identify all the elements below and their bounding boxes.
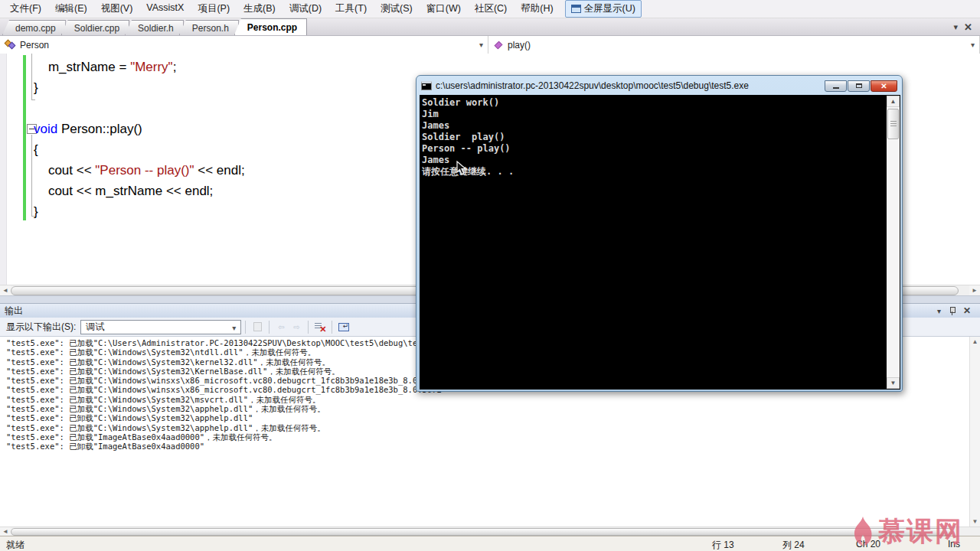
fullscreen-label: 全屏显示(U): [584, 2, 635, 15]
maximize-icon: [856, 83, 862, 88]
menu-item[interactable]: 调试(D): [283, 0, 328, 18]
console-line: James: [422, 120, 514, 132]
console-title: c:\users\administrator.pc-20130422spuv\d…: [436, 80, 749, 91]
console-titlebar[interactable]: c:\users\administrator.pc-20130422spuv\d…: [416, 76, 902, 96]
toolbar-separator: [269, 321, 270, 334]
output-vertical-scrollbar[interactable]: ▲ ▼: [969, 337, 980, 527]
next-message-button[interactable]: ⇨: [289, 320, 304, 334]
menu-item[interactable]: 社区(C): [468, 0, 514, 18]
scroll-up-icon[interactable]: ▲: [887, 96, 900, 107]
tab-person.cpp[interactable]: Person.cpp: [234, 18, 307, 35]
change-tracking-bar: [23, 55, 26, 220]
menu-item[interactable]: 编辑(E): [48, 0, 94, 18]
close-button[interactable]: ✕: [871, 80, 897, 92]
tab-soldier.cpp[interactable]: Soldier.cpp: [61, 20, 129, 35]
status-ready: 就绪: [6, 539, 24, 551]
menu-item[interactable]: 文件(F): [3, 0, 48, 18]
output-line: "test5.exe": 已加载"C:\Windows\System32\msv…: [6, 395, 969, 404]
string-token: "Person -- play()": [95, 163, 194, 178]
previous-message-button[interactable]: ⇦: [273, 320, 289, 334]
toolbar-separator: [308, 321, 309, 334]
menu-item[interactable]: 项目(P): [191, 0, 237, 18]
console-line: Soldier work(): [422, 97, 514, 109]
code-token: ;: [173, 60, 177, 74]
output-source-value: 调试: [86, 321, 104, 334]
minimize-button[interactable]: [825, 80, 847, 92]
toolbar-separator: [245, 321, 246, 334]
menu-item[interactable]: 帮助(H): [514, 0, 560, 18]
scroll-down-icon[interactable]: ▼: [970, 517, 980, 527]
console-app-icon: [421, 81, 432, 90]
status-line-number: 行 13: [712, 539, 734, 551]
menu-item[interactable]: 生成(B): [237, 0, 283, 18]
menu-item[interactable]: 测试(S): [374, 0, 420, 18]
tab-person.h[interactable]: Person.h: [179, 20, 239, 35]
code-token: Person::play(): [57, 122, 142, 136]
window-position-dropdown-icon[interactable]: ▾: [937, 307, 941, 315]
auto-hide-pin-icon[interactable]: [949, 307, 956, 315]
mouse-cursor: [456, 161, 467, 176]
outline-guide-line: [31, 135, 32, 216]
output-line: "test5.exe": 已加载"C:\Windows\System32\app…: [6, 423, 969, 432]
code-line: void Person::play(): [34, 119, 245, 139]
output-line: "test5.exe": 已加载"C:\Windows\System32\app…: [6, 404, 969, 413]
tab-strip-controls: ▾ ✕: [954, 21, 980, 35]
code-line: }: [34, 77, 245, 98]
chevron-down-icon[interactable]: ▾: [971, 41, 975, 49]
scroll-up-icon[interactable]: ▲: [970, 337, 980, 347]
chevron-down-icon: ▾: [232, 324, 236, 332]
menu-item[interactable]: 视图(V): [94, 0, 140, 18]
tab-soldier.h[interactable]: Soldier.h: [125, 20, 184, 35]
console-window[interactable]: c:\users\administrator.pc-20130422spuv\d…: [416, 75, 903, 392]
console-line: James: [422, 155, 514, 166]
code-navigation-bar: Person ▾ play() ▾: [0, 35, 980, 54]
scrollbar-thumb[interactable]: [11, 528, 952, 536]
flame-icon: [851, 515, 875, 549]
maximize-button[interactable]: [848, 80, 870, 92]
output-title-controls: ▾ ✕: [937, 305, 980, 316]
code-token: cout << m_strName << endl;: [34, 184, 213, 198]
console-line: 请按任意键继续. . .: [422, 166, 514, 178]
console-vertical-scrollbar[interactable]: ▲ ▼: [887, 96, 900, 389]
member-combobox[interactable]: play() ▾: [488, 36, 980, 54]
close-icon[interactable]: ✕: [963, 305, 971, 316]
scroll-left-icon[interactable]: ◄: [0, 285, 11, 295]
code-line: m_strName = "Merry";: [34, 57, 245, 77]
scrollbar-thumb[interactable]: [887, 109, 899, 139]
goto-message-button[interactable]: [250, 320, 265, 334]
clear-all-button[interactable]: ✕: [312, 320, 328, 334]
menu-item[interactable]: VAssistX: [139, 0, 191, 18]
menubar-items: 文件(F)编辑(E)视图(V)VAssistX项目(P)生成(B)调试(D)工具…: [3, 0, 560, 18]
scroll-left-icon[interactable]: ◄: [0, 527, 11, 536]
chevron-down-icon[interactable]: ▾: [479, 41, 483, 49]
next-arrow-icon: ⇨: [293, 323, 299, 331]
output-source-combobox[interactable]: 调试 ▾: [80, 320, 241, 334]
code-token: {: [34, 142, 38, 157]
scroll-down-icon[interactable]: ▼: [887, 377, 900, 389]
word-wrap-icon: [338, 323, 349, 331]
editor-code[interactable]: m_strName = "Merry";}void Person::play()…: [34, 57, 245, 222]
indicator-margin: [0, 54, 7, 285]
code-token: }: [34, 80, 38, 95]
minimize-icon: [833, 87, 839, 89]
watermark-text: 慕课网: [878, 514, 963, 549]
code-token: cout <<: [34, 163, 95, 178]
toggle-word-wrap-button[interactable]: [336, 320, 351, 334]
fullscreen-button[interactable]: 全屏显示(U): [565, 0, 642, 18]
menu-item[interactable]: 窗口(W): [420, 0, 468, 18]
output-line: "test5.exe": 已加载"ImageAtBase0x4aad0000"，…: [6, 432, 969, 442]
tab-close-icon[interactable]: ✕: [964, 21, 972, 33]
code-token: }: [34, 204, 38, 219]
scope-combobox[interactable]: Person ▾: [0, 36, 488, 54]
output-horizontal-scrollbar[interactable]: ◄: [0, 527, 980, 536]
tab-demo.cpp[interactable]: demo.cpp: [2, 20, 66, 35]
scroll-right-icon[interactable]: ►: [969, 285, 980, 295]
menu-item[interactable]: 工具(T): [328, 0, 374, 18]
console-client-area: Soldier work()JimJamesSoldier play()Pers…: [420, 95, 900, 390]
toolbar-separator: [332, 321, 332, 334]
output-show-label: 显示以下输出(S):: [6, 321, 76, 334]
tab-list-dropdown-icon[interactable]: ▾: [954, 22, 959, 32]
close-icon: ✕: [880, 82, 887, 90]
class-icon: [5, 40, 16, 50]
menu-bar: 文件(F)编辑(E)视图(V)VAssistX项目(P)生成(B)调试(D)工具…: [0, 0, 980, 18]
